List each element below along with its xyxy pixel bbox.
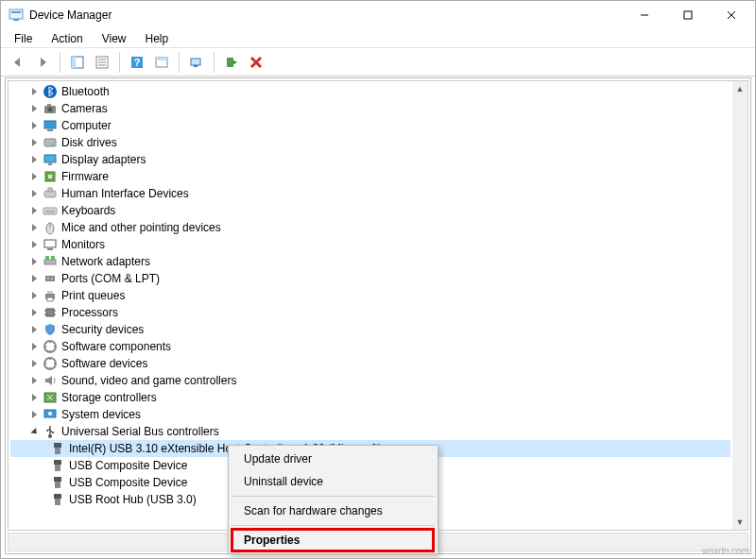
scroll-down-arrow[interactable]: ▼	[732, 515, 747, 530]
back-button[interactable]	[7, 51, 29, 74]
svg-rect-52	[46, 309, 54, 316]
tree-item[interactable]: Display adapters	[10, 151, 730, 168]
tree-item[interactable]: Storage controllers	[10, 389, 730, 406]
tree-item[interactable]: Network adapters	[10, 253, 730, 270]
expand-caret-icon[interactable]	[27, 289, 41, 302]
menu-action[interactable]: Action	[42, 30, 92, 47]
tree-item[interactable]: Sound, video and game controllers	[10, 372, 730, 389]
expand-caret-icon[interactable]	[27, 323, 41, 336]
show-hide-tree-button[interactable]	[66, 51, 89, 74]
firmware-icon	[43, 169, 58, 184]
usb-connector-icon	[50, 458, 65, 473]
tree-item[interactable]: Cameras	[10, 100, 730, 117]
svg-point-64	[46, 430, 48, 432]
expand-caret-icon[interactable]	[27, 85, 41, 98]
expand-caret-icon[interactable]	[27, 374, 41, 387]
tree-item[interactable]: Software components	[10, 338, 730, 355]
software-icon	[43, 356, 58, 371]
svg-rect-69	[55, 465, 60, 471]
expand-caret-icon[interactable]	[27, 408, 41, 421]
tree-item[interactable]: Disk drives	[10, 134, 730, 151]
svg-rect-4	[684, 11, 692, 19]
context-scan-hardware[interactable]: Scan for hardware changes	[231, 500, 436, 522]
minimize-button[interactable]	[623, 1, 666, 29]
menu-file[interactable]: File	[5, 30, 42, 47]
menu-help[interactable]: Help	[136, 30, 179, 47]
expand-caret-icon[interactable]	[27, 255, 41, 268]
expand-caret-icon[interactable]	[27, 187, 41, 200]
tree-item[interactable]: Ports (COM & LPT)	[10, 270, 730, 287]
tree-item[interactable]: Monitors	[10, 236, 730, 253]
scan-hardware-button[interactable]	[185, 51, 208, 74]
tree-item[interactable]: Human Interface Devices	[10, 185, 730, 202]
svg-rect-51	[47, 297, 53, 301]
svg-rect-17	[191, 59, 200, 65]
expand-caret-icon[interactable]	[27, 340, 41, 353]
tree-item[interactable]: System devices	[10, 406, 730, 423]
close-button[interactable]	[710, 1, 753, 29]
mouse-icon	[43, 220, 58, 235]
svg-rect-31	[48, 163, 52, 165]
svg-rect-19	[227, 58, 233, 67]
storage-icon	[43, 390, 58, 405]
svg-rect-33	[48, 175, 52, 178]
expand-caret-icon[interactable]	[27, 204, 41, 217]
window-title: Device Manager	[29, 8, 623, 22]
tree-item-label: Sound, video and game controllers	[61, 374, 236, 387]
tree-item[interactable]: Security devices	[10, 321, 730, 338]
expand-caret-icon[interactable]	[27, 238, 41, 251]
collapse-caret-icon[interactable]	[27, 425, 41, 438]
help-button[interactable]: ?	[126, 51, 148, 74]
tree-item-usb-controllers[interactable]: Universal Serial Bus controllers	[10, 423, 730, 440]
scroll-up-arrow[interactable]: ▲	[732, 81, 747, 96]
cpu-icon	[43, 305, 58, 320]
tree-item-label: Mice and other pointing devices	[61, 221, 221, 234]
tree-item-label: Monitors	[61, 238, 105, 251]
expand-caret-icon[interactable]	[27, 136, 41, 149]
action-toolbar-button[interactable]	[150, 51, 173, 74]
context-menu: Update driver Uninstall device Scan for …	[228, 445, 438, 554]
tree-item[interactable]: Keyboards	[10, 202, 730, 219]
tree-item-label: Keyboards	[61, 204, 115, 217]
tree-item[interactable]: Computer	[10, 117, 730, 134]
tree-item[interactable]: Processors	[10, 304, 730, 321]
svg-rect-70	[54, 477, 61, 482]
toolbar: ?	[1, 48, 755, 76]
expand-caret-icon[interactable]	[27, 357, 41, 370]
port-icon	[43, 271, 58, 286]
uninstall-toolbar-button[interactable]	[245, 51, 267, 74]
tree-item-label: Human Interface Devices	[61, 187, 189, 200]
usb-connector-icon	[50, 441, 65, 456]
context-uninstall-device[interactable]: Uninstall device	[231, 470, 436, 493]
svg-rect-0	[9, 9, 23, 19]
system-icon	[43, 407, 58, 422]
expand-caret-icon[interactable]	[27, 306, 41, 319]
expand-caret-icon[interactable]	[27, 170, 41, 183]
tree-item[interactable]: Print queues	[10, 287, 730, 304]
tree-item[interactable]: Software devices	[10, 355, 730, 372]
enable-device-button[interactable]	[220, 51, 243, 74]
forward-button[interactable]	[31, 51, 54, 74]
expand-caret-icon[interactable]	[27, 391, 41, 404]
svg-rect-27	[47, 129, 53, 131]
tree-item[interactable]: Bluetooth	[10, 83, 730, 100]
maximize-button[interactable]	[666, 1, 710, 29]
tree-item[interactable]: Firmware	[10, 168, 730, 185]
menu-view[interactable]: View	[93, 30, 136, 47]
tree-item-label: Security devices	[61, 323, 144, 336]
svg-rect-42	[47, 248, 53, 250]
svg-rect-73	[55, 499, 60, 505]
context-properties[interactable]: Properties	[231, 529, 436, 551]
svg-rect-45	[51, 256, 55, 260]
vertical-scrollbar[interactable]: ▲ ▼	[732, 81, 747, 530]
tree-item[interactable]: Mice and other pointing devices	[10, 219, 730, 236]
properties-toolbar-button[interactable]	[91, 51, 113, 74]
expand-caret-icon[interactable]	[27, 272, 41, 285]
expand-caret-icon[interactable]	[27, 153, 41, 166]
expand-caret-icon[interactable]	[27, 102, 41, 115]
expand-caret-icon[interactable]	[27, 221, 41, 234]
tree-item-label: Print queues	[61, 289, 125, 302]
expand-caret-icon[interactable]	[27, 119, 41, 132]
usb-connector-icon	[50, 492, 65, 507]
context-update-driver[interactable]: Update driver	[231, 448, 436, 470]
